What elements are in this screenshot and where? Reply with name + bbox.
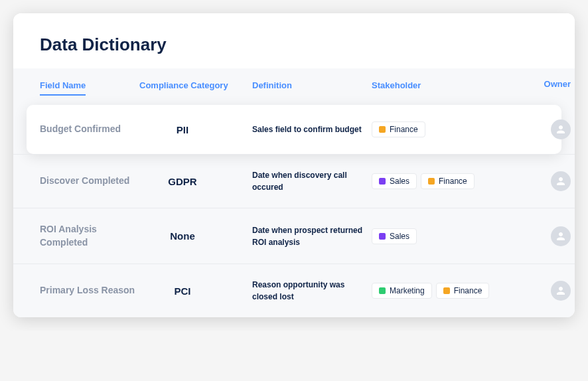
compliance-cell: GDPR: [139, 176, 252, 187]
owner-cell: [504, 281, 571, 301]
tag-swatch-icon: [379, 287, 386, 294]
column-header-definition[interactable]: Definition: [252, 80, 292, 90]
data-dictionary-card: Data Dictionary Field Name Compliance Ca…: [13, 13, 575, 317]
person-icon: [555, 285, 567, 297]
stakeholder-tag-label: Marketing: [390, 286, 425, 295]
stakeholder-tag-label: Sales: [390, 177, 409, 186]
avatar[interactable]: [551, 226, 571, 246]
stakeholders-cell: Finance: [372, 121, 504, 137]
stakeholder-tag[interactable]: Finance: [436, 283, 490, 299]
table-section: Field Name Compliance Category Definitio…: [13, 68, 575, 317]
field-name-cell: Discover Completed: [40, 175, 139, 188]
stakeholders-cell: MarketingFinance: [372, 283, 504, 299]
tag-swatch-icon: [379, 178, 386, 185]
stakeholder-tag[interactable]: Finance: [372, 121, 425, 137]
tag-swatch-icon: [443, 287, 450, 294]
compliance-cell: None: [139, 230, 252, 242]
field-name-cell: Primary Loss Reason: [40, 284, 139, 297]
table-row[interactable]: Primary Loss ReasonPCIReason opportunity…: [13, 264, 575, 317]
person-icon: [555, 230, 567, 242]
stakeholders-cell: Sales: [372, 228, 504, 244]
field-name-cell: Budget Confirmed: [40, 123, 139, 136]
table-row[interactable]: ROI Analysis CompletedNoneDate when pros…: [13, 208, 575, 264]
person-icon: [555, 175, 567, 187]
stakeholder-tag-label: Finance: [390, 125, 418, 134]
field-name-cell: ROI Analysis Completed: [40, 223, 139, 249]
stakeholders-cell: SalesFinance: [372, 173, 504, 189]
stakeholder-tag[interactable]: Sales: [372, 173, 417, 189]
tag-swatch-icon: [428, 178, 435, 185]
page-title: Data Dictionary: [40, 35, 548, 55]
compliance-cell: PCI: [139, 285, 252, 297]
avatar[interactable]: [551, 281, 571, 301]
avatar[interactable]: [551, 119, 571, 139]
person-icon: [555, 123, 567, 135]
definition-cell: Date when discovery call occured: [252, 169, 372, 193]
owner-cell: [504, 119, 571, 139]
column-header-owner[interactable]: Owner: [504, 79, 571, 89]
stakeholder-tag[interactable]: Marketing: [372, 283, 432, 299]
tag-swatch-icon: [379, 126, 386, 133]
definition-cell: Date when prospect returned ROI analysis: [252, 224, 372, 248]
title-section: Data Dictionary: [13, 13, 575, 68]
tag-swatch-icon: [379, 233, 386, 240]
column-header-field-name[interactable]: Field Name: [40, 80, 86, 96]
table-row[interactable]: Discover CompletedGDPRDate when discover…: [13, 154, 575, 208]
definition-cell: Sales field to confirm budget: [252, 123, 372, 135]
column-header-compliance[interactable]: Compliance Category: [139, 80, 228, 90]
column-header-stakeholder[interactable]: Stakeholder: [372, 80, 421, 90]
stakeholder-tag-label: Finance: [439, 177, 467, 186]
owner-cell: [504, 171, 571, 191]
table-header-row: Field Name Compliance Category Definitio…: [13, 68, 575, 105]
stakeholder-tag-label: Finance: [454, 286, 482, 295]
avatar[interactable]: [551, 171, 571, 191]
compliance-cell: PII: [139, 124, 252, 135]
stakeholder-tag[interactable]: Sales: [372, 228, 417, 244]
stakeholder-tag[interactable]: Finance: [421, 173, 475, 189]
stakeholder-tag-label: Sales: [390, 232, 409, 241]
table-row[interactable]: Budget ConfirmedPIISales field to confir…: [27, 105, 561, 154]
definition-cell: Reason opportunity was closed lost: [252, 279, 372, 303]
owner-cell: [504, 226, 571, 246]
